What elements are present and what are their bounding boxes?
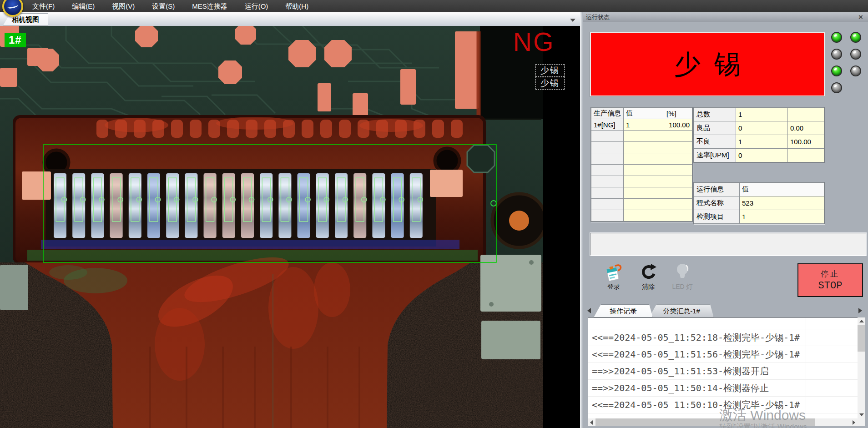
table-row[interactable] <box>591 165 692 176</box>
totals-table-body: 总数1良品00.00不良1100.00速率[UPM]0 <box>694 108 824 162</box>
run-status-panel: 运行状态 × 少锡 生产信息 值 [%] 1#[NG]1100.00 总数1良品… <box>583 12 868 428</box>
table-cell: 0 <box>736 149 788 162</box>
stop-button-label-en: STOP <box>818 280 843 292</box>
table-cell <box>664 199 692 210</box>
log-horizontal-scrollbar[interactable] <box>588 418 858 426</box>
menu-item[interactable]: 文件(F) <box>24 0 63 12</box>
indicator-light-3 <box>831 49 842 60</box>
horizontal-scroll-thumb[interactable] <box>595 418 815 426</box>
log-entry[interactable]: <<==2024-05-05_11:51:56-检测完毕-少锡-1# <box>588 346 858 363</box>
scroll-right-icon[interactable] <box>850 418 858 426</box>
table-cell <box>788 149 824 162</box>
table-cell <box>664 131 692 142</box>
menu-item[interactable]: MES连接器 <box>183 0 236 12</box>
column-header: 值 <box>740 183 824 196</box>
table-cell: 523 <box>740 196 824 210</box>
table-cell <box>624 153 664 165</box>
table-row[interactable] <box>591 199 692 210</box>
login-button[interactable]: 登录 <box>600 262 627 296</box>
clear-button[interactable]: 清除 <box>635 262 662 296</box>
menu-item[interactable]: 编辑(E) <box>63 0 103 12</box>
led-light-button[interactable]: LED 灯 <box>667 262 697 296</box>
log-tab-strip: 操作记录 分类汇总-1# <box>586 304 865 317</box>
table-row[interactable] <box>591 153 692 165</box>
table-row[interactable]: 速率[UPM]0 <box>694 149 824 162</box>
chevron-down-icon[interactable] <box>568 15 578 23</box>
table-cell <box>591 165 624 176</box>
camera-viewport: 1# NG 少锡 少锡 <box>0 26 580 428</box>
log-entry[interactable]: <<==2024-05-05_11:52:18-检测完毕-少锡-1# <box>588 329 858 346</box>
table-cell: 1 <box>624 119 664 131</box>
scrollbar-corner <box>858 418 865 426</box>
menu-bar: 文件(F)编辑(E)视图(V)设置(S)MES连接器运行(O)帮助(H) <box>0 0 868 12</box>
table-cell: 100.00 <box>788 135 824 149</box>
column-header: 运行信息 <box>694 183 740 196</box>
tab-scroll-left-icon[interactable] <box>587 308 591 313</box>
tab-operation-log[interactable]: 操作记录 <box>594 304 653 317</box>
refresh-icon <box>639 262 657 282</box>
table-cell <box>624 142 664 153</box>
table-row[interactable]: 不良1100.00 <box>694 135 824 149</box>
production-table: 生产信息 值 [%] 1#[NG]1100.00 <box>591 107 692 222</box>
table-row[interactable] <box>591 131 692 142</box>
menu-item[interactable]: 设置(S) <box>143 0 183 12</box>
table-cell <box>664 165 692 176</box>
table-cell <box>624 176 664 187</box>
stop-button[interactable]: 停止 STOP <box>797 263 863 297</box>
scroll-down-icon[interactable] <box>858 411 865 418</box>
defect-banner-text: 少锡 <box>661 47 754 82</box>
indicator-light-4 <box>850 49 861 60</box>
tab-category-summary[interactable]: 分类汇总-1# <box>649 304 714 317</box>
scroll-up-icon[interactable] <box>858 317 865 325</box>
table-row[interactable]: 1#[NG]1100.00 <box>591 119 692 131</box>
table-cell: 1#[NG] <box>591 119 624 131</box>
table-cell <box>624 210 664 222</box>
panel-splitter[interactable] <box>580 12 583 428</box>
table-cell <box>591 187 624 199</box>
log-vertical-scrollbar[interactable] <box>858 317 865 418</box>
table-row[interactable]: 总数1 <box>694 108 824 121</box>
table-cell: 0.00 <box>788 121 824 135</box>
defect-tag: 少锡 <box>535 64 565 77</box>
vertical-scroll-thumb[interactable] <box>858 325 865 352</box>
id-badge-icon <box>604 262 623 282</box>
table-cell: 速率[UPM] <box>694 149 736 162</box>
production-table-body: 1#[NG]1100.00 <box>591 119 692 222</box>
table-cell <box>788 108 824 121</box>
table-cell <box>664 153 692 165</box>
table-cell: 良品 <box>694 121 736 135</box>
table-row[interactable] <box>591 187 692 199</box>
menu-item[interactable]: 视图(V) <box>103 0 143 12</box>
menu-item[interactable]: 帮助(H) <box>277 0 317 12</box>
clear-button-label: 清除 <box>635 283 662 291</box>
close-icon[interactable]: × <box>857 13 865 22</box>
scroll-left-icon[interactable] <box>588 418 595 426</box>
table-row[interactable]: 检测项目1 <box>694 210 824 224</box>
table-cell <box>591 153 624 165</box>
table-row[interactable] <box>591 176 692 187</box>
log-entry[interactable]: <<==2024-05-05_11:50:10-检测完毕-少锡-1# <box>588 397 858 413</box>
led-button-label: LED 灯 <box>667 283 697 291</box>
table-row[interactable]: 良品00.00 <box>694 121 824 135</box>
table-row[interactable]: 程式名称523 <box>694 196 824 210</box>
table-cell <box>624 199 664 210</box>
table-cell <box>591 176 624 187</box>
table-cell <box>624 131 664 142</box>
table-row[interactable] <box>591 142 692 153</box>
indicator-light-7 <box>831 82 842 93</box>
defect-banner: 少锡 <box>591 33 824 96</box>
defect-tag: 少锡 <box>535 77 565 90</box>
log-entry[interactable]: ==>>2024-05-05_11:50:14-检测器停止 <box>588 380 858 397</box>
table-header-row: 生产信息 值 [%] <box>591 108 692 119</box>
log-entry[interactable]: ==>>2024-05-05_11:51:53-检测器开启 <box>588 363 858 380</box>
table-row[interactable] <box>591 210 692 222</box>
tab-scroll-right-icon[interactable] <box>858 308 862 313</box>
message-box <box>590 233 866 256</box>
pcb-photo <box>0 26 543 428</box>
table-cell <box>664 142 692 153</box>
menu-item[interactable]: 运行(O) <box>236 0 277 12</box>
table-cell: 1 <box>740 210 824 224</box>
table-cell: 程式名称 <box>694 196 740 210</box>
totals-table: 总数1良品00.00不良1100.00速率[UPM]0 <box>694 107 824 162</box>
table-cell <box>591 131 624 142</box>
